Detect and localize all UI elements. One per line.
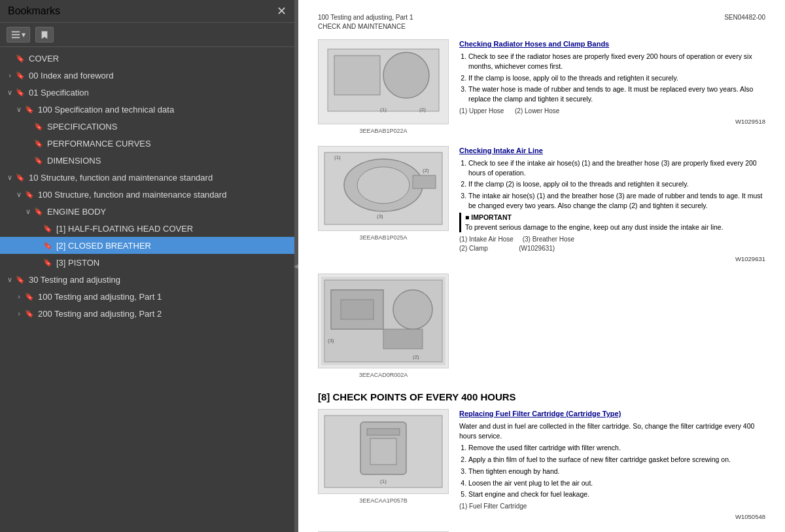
bookmark-icon-performance-curves: 🔖 [34, 139, 43, 148]
text-intake: Checking Intake Air Line Check to see if… [459, 146, 765, 264]
svg-rect-2 [12, 37, 20, 39]
text-radiator: Checking Radiator Hoses and Clamp Bands … [459, 39, 765, 135]
text-engine-placeholder [459, 274, 765, 380]
bookmark-icon-dimensions: 🔖 [34, 156, 43, 165]
tree-item-00-index[interactable]: ›🔖00 Index and foreword [0, 67, 294, 84]
toggle-icon-30-testing: ∨ [5, 275, 14, 284]
toggle-icon-10-structure: ∨ [5, 173, 14, 182]
tree-item-200-testing-p2[interactable]: ›🔖200 Testing and adjusting, Part 2 [0, 305, 294, 322]
bookmark-icon-half-floating: 🔖 [43, 224, 52, 233]
list-item: If the clamp is loose, apply oil to the … [468, 73, 765, 83]
list-item: The water hose is made of rubber and ten… [468, 84, 765, 103]
tree-label-100-structure: 100 Structure, function and maintenance … [38, 190, 289, 200]
tree-label-100-testing-p1: 100 Testing and adjusting, Part 1 [38, 292, 289, 302]
toggle-icon-100-testing-p1: › [14, 293, 24, 300]
tree-item-01-spec[interactable]: ∨🔖01 Specification [0, 84, 294, 101]
image-label-intake: 3EEABAB1P025A [359, 234, 407, 242]
toggle-icon-00-index: › [5, 71, 14, 79]
tree-item-closed-breather[interactable]: 🔖[2] CLOSED BREATHER [0, 237, 294, 254]
bookmark-icon-closed-breather: 🔖 [43, 241, 52, 250]
close-button[interactable]: ✕ [277, 5, 287, 17]
svg-rect-19 [383, 329, 423, 349]
toolbar-bookmark-button[interactable] [35, 27, 54, 43]
text-fuel-cartridge: Replacing Fuel Filter Cartridge (Cartrid… [459, 409, 765, 522]
svg-text:(1): (1) [334, 154, 341, 160]
tree-item-engine-body[interactable]: ∨🔖ENGINE BODY [0, 203, 294, 220]
bookmark-icon-piston: 🔖 [43, 258, 52, 267]
list-item: Remove the used filter cartridge with fi… [468, 443, 765, 453]
list-item: Loosen the air vent plug to let the air … [468, 478, 765, 488]
tree-item-10-structure[interactable]: ∨🔖10 Structure, function and maintenance… [0, 169, 294, 186]
list-item: Check to see if the intake air hose(s) (… [468, 158, 765, 177]
bookmark-icon-30-testing: 🔖 [16, 275, 25, 284]
section-engine-img: (3) (2) 3EEACAD0R002A [318, 274, 765, 380]
svg-rect-24 [367, 429, 400, 435]
section-title-cartridge: Replacing Fuel Filter Cartridge (Cartrid… [459, 409, 765, 419]
document-content[interactable]: 100 Testing and adjusting, Part 1CHECK A… [298, 0, 785, 532]
bookmark-icon-specifications: 🔖 [34, 122, 43, 131]
svg-rect-0 [12, 31, 20, 33]
section-title-radiator: Checking Radiator Hoses and Clamp Bands [459, 39, 765, 49]
svg-text:(2): (2) [413, 354, 419, 360]
toggle-icon-100-structure: ∨ [14, 190, 24, 199]
svg-point-10 [357, 167, 410, 204]
list-item: Apply a thin film of fuel to the surface… [468, 455, 765, 465]
bookmark-icon-100-structure: 🔖 [25, 190, 34, 199]
caption-intake: (1) Intake Air Hose (3) Breather Hose(2)… [459, 235, 765, 253]
toggle-icon-engine-body: ∨ [24, 207, 33, 216]
bookmark-icon-01-spec: 🔖 [16, 88, 25, 97]
caption-radiator: (1) Upper Hose (2) Lower Hose [459, 107, 765, 116]
tree-item-performance-curves[interactable]: 🔖PERFORMANCE CURVES [0, 135, 294, 152]
tree-item-dimensions[interactable]: 🔖DIMENSIONS [0, 152, 294, 169]
ref-cartridge: W1050548 [459, 512, 765, 521]
tree-item-piston[interactable]: 🔖[3] PISTON [0, 254, 294, 271]
tree-item-cover[interactable]: 🔖COVER [0, 50, 294, 67]
bookmark-icon-100-testing-p1: 🔖 [25, 293, 34, 301]
bookmarks-title: Bookmarks [8, 5, 60, 17]
tree-item-specifications[interactable]: 🔖SPECIFICATIONS [0, 118, 294, 135]
bookmark-icon-cover: 🔖 [16, 54, 25, 63]
section-radiator: (1) (2) 3EEABAB1P022A Checking Radiator … [318, 39, 765, 135]
big-section-title: [8] CHECK POINTS OF EVERY 400 HOURS [318, 390, 765, 404]
bookmarks-tree[interactable]: 🔖COVER›🔖00 Index and foreword∨🔖01 Specif… [0, 47, 294, 532]
svg-text:(3): (3) [377, 213, 383, 219]
tree-item-30-testing[interactable]: ∨🔖30 Testing and adjusting [0, 271, 294, 288]
tree-label-half-floating: [1] HALF-FLOATING HEAD COVER [56, 224, 289, 234]
document-panel: 100 Testing and adjusting, Part 1CHECK A… [298, 0, 785, 532]
document-header: 100 Testing and adjusting, Part 1CHECK A… [318, 13, 765, 31]
tree-item-100-spec-data[interactable]: ∨🔖100 Specification and technical data [0, 101, 294, 118]
svg-rect-11 [413, 175, 436, 188]
tree-label-dimensions: DIMENSIONS [47, 156, 289, 166]
bookmarks-toolbar: ▾ [0, 23, 294, 47]
tree-label-30-testing: 30 Testing and adjusting [29, 275, 289, 285]
svg-text:(1): (1) [380, 107, 387, 113]
svg-text:(1): (1) [380, 478, 387, 484]
header-left: 100 Testing and adjusting, Part 1CHECK A… [318, 13, 413, 31]
bookmark-icon-100-spec-data: 🔖 [25, 105, 34, 114]
bookmark-icon-engine-body: 🔖 [34, 207, 43, 216]
image-radiator: (1) (2) [318, 39, 449, 124]
toolbar-dropdown-icon: ▾ [22, 30, 26, 39]
tree-label-specifications: SPECIFICATIONS [47, 122, 289, 132]
tree-label-cover: COVER [29, 54, 289, 63]
svg-point-18 [393, 290, 432, 329]
tree-label-piston: [3] PISTON [56, 258, 289, 268]
image-fuel-cartridge: (1) [318, 409, 449, 494]
svg-point-5 [383, 52, 429, 98]
svg-text:(2): (2) [419, 107, 426, 113]
list-item: Then tighten enough by hand. [468, 467, 765, 476]
section-fuel-cartridge: (1) 3EEACAA1P057B Replacing Fuel Filter … [318, 409, 765, 522]
important-text: To prevent serious damage to the engine,… [465, 222, 765, 232]
bookmark-icon-200-testing-p2: 🔖 [25, 310, 34, 318]
tree-label-engine-body: ENGINE BODY [47, 207, 289, 217]
toggle-icon-200-testing-p2: › [14, 310, 24, 317]
tree-label-closed-breather: [2] CLOSED BREATHER [56, 241, 289, 251]
svg-text:(2): (2) [423, 168, 429, 173]
image-engine: (3) (2) [318, 274, 449, 368]
tree-item-100-testing-p1[interactable]: ›🔖100 Testing and adjusting, Part 1 [0, 288, 294, 305]
tree-label-00-index: 00 Index and foreword [29, 71, 289, 80]
toolbar-list-button[interactable]: ▾ [7, 27, 30, 43]
tree-item-half-floating[interactable]: 🔖[1] HALF-FLOATING HEAD COVER [0, 220, 294, 237]
tree-item-100-structure[interactable]: ∨🔖100 Structure, function and maintenanc… [0, 186, 294, 203]
ref-radiator: W1029518 [459, 117, 765, 126]
